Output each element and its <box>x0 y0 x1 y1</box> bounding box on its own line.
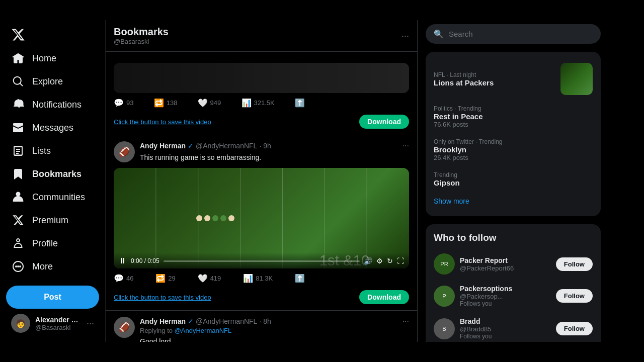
right-sidebar: 🔍 NFL · Last night Lions at Packers Poli… <box>418 20 609 342</box>
tweet-content-3: Andy Herman ✓ @AndyHermanNFL · 8h ··· Re… <box>140 317 409 342</box>
sidebar-item-more[interactable]: More <box>6 255 99 278</box>
follow-section: Who to follow PR Packer Report @PackerRe… <box>426 224 601 342</box>
tweet-action-views-1[interactable]: 📊 321.5K <box>242 98 275 108</box>
tweet-text-2: This running game is so embarrassing. <box>140 152 409 163</box>
loop-icon-2[interactable]: ↻ <box>387 257 393 265</box>
x-logo[interactable] <box>6 24 30 45</box>
sidebar-item-profile[interactable]: Profile <box>6 232 99 254</box>
svg-point-2 <box>18 266 19 267</box>
tweet-avatar-2[interactable]: 🏈 <box>114 141 135 162</box>
comment-count-2: 46 <box>126 275 133 282</box>
sidebar-item-notifications[interactable]: Notifications <box>6 94 99 116</box>
search-bar[interactable]: 🔍 <box>426 24 601 44</box>
top-black-bar <box>0 0 644 20</box>
tweet-action-retweet-2[interactable]: 🔁 29 <box>155 274 175 283</box>
tweet-avatar-3[interactable]: 🏈 <box>114 317 135 338</box>
sidebar-item-bookmarks[interactable]: Bookmarks <box>6 163 99 185</box>
settings-icon-2[interactable]: ⚙ <box>376 257 383 265</box>
svg-point-3 <box>20 266 21 267</box>
trending-label-rip: Politics · Trending <box>434 105 593 112</box>
tweet-action-share-1[interactable]: ⬆️ <box>295 98 305 108</box>
tweet-media-2: 1st &10 ⏸ 0:00 / 0:05 <box>114 168 409 268</box>
trending-title-rip: Rest in Peace <box>434 112 593 121</box>
tweet-action-like-2[interactable]: 🤍 419 <box>198 274 221 283</box>
sidebar-item-messages[interactable]: Messages <box>6 117 99 139</box>
tweet-author-row-3: Andy Herman ✓ @AndyHermanNFL · 8h ··· <box>140 317 409 326</box>
fullscreen-icon-2[interactable]: ⛶ <box>397 257 404 265</box>
follow-note-packersoptions: Follows you <box>460 300 551 307</box>
search-input[interactable] <box>449 30 593 38</box>
trending-show-more[interactable]: Show more <box>426 192 601 210</box>
sidebar-item-label-profile: Profile <box>32 238 58 249</box>
sidebar-item-communities[interactable]: Communities <box>6 186 99 208</box>
who-to-follow-title: Who to follow <box>426 230 601 248</box>
tweet-card-3: 🏈 Andy Herman ✓ @AndyHermanNFL · 8h ··· <box>106 311 417 342</box>
trending-item-rip[interactable]: Politics · Trending Rest in Peace 76.6K … <box>426 100 601 133</box>
community-icon <box>12 191 24 203</box>
video-progress-2[interactable] <box>164 260 360 262</box>
follow-item-packersoptions[interactable]: P Packersoptions @Packersop... Follows y… <box>426 280 601 312</box>
follow-button-bradd[interactable]: Follow <box>556 322 593 335</box>
tweet-more-button-2[interactable]: ··· <box>403 141 409 150</box>
like-icon: 🤍 <box>198 98 208 108</box>
views-count-1: 321.5K <box>254 99 275 107</box>
trending-title-nfl: Lions at Packers <box>434 78 494 87</box>
tweet-dot-3: · <box>259 317 261 325</box>
premium-icon <box>12 214 24 226</box>
avatar: 🧑 <box>11 314 30 333</box>
main-layout: Home Explore Notifications <box>0 20 644 342</box>
download-link-2[interactable]: Click the button to save this video <box>114 294 211 301</box>
tweet-action-views-2[interactable]: 📊 81.3K <box>243 274 273 283</box>
download-button-1[interactable]: Download <box>359 115 409 129</box>
follow-info-bradd: Bradd @Bradd85 Follows you <box>460 317 551 340</box>
post-button[interactable]: Post <box>6 286 99 309</box>
player-cluster <box>196 215 297 221</box>
sidebar-item-lists[interactable]: Lists <box>6 140 99 162</box>
sidebar-item-premium[interactable]: Premium <box>6 209 99 231</box>
tweet-action-like-1[interactable]: 🤍 949 <box>198 98 221 108</box>
views-icon-2: 📊 <box>243 274 253 283</box>
tweet-action-retweet-1[interactable]: 🔁 138 <box>154 98 178 108</box>
follow-note-bradd: Follows you <box>460 333 551 340</box>
sidebar-user-handle: @Basaraski <box>35 324 82 331</box>
feed-more-button[interactable]: ··· <box>401 31 409 41</box>
sidebar-item-home[interactable]: Home <box>6 47 99 69</box>
list-icon <box>12 145 24 157</box>
sidebar-item-label-premium: Premium <box>32 215 68 226</box>
tweet-text-3: Good lord <box>140 336 409 342</box>
comment-icon-2: 💬 <box>114 274 124 283</box>
trending-section: NFL · Last night Lions at Packers Politi… <box>426 52 601 216</box>
bookmark-icon <box>12 168 24 180</box>
tweet-author-info-2: Andy Herman ✓ @AndyHermanNFL · 9h <box>140 142 271 150</box>
tweet-actions-1: 💬 93 🔁 138 🤍 949 📊 321.5K ⬆️ <box>114 98 305 108</box>
follow-item-bradd[interactable]: B Bradd @Bradd85 Follows you Follow <box>426 312 601 342</box>
tweet-download-row-1: Click the button to save this video Down… <box>114 111 409 129</box>
trending-item-nfl[interactable]: NFL · Last night Lions at Packers <box>426 58 601 100</box>
follow-avatar-packer-report: PR <box>434 253 455 275</box>
tweet-more-button-3[interactable]: ··· <box>403 317 409 326</box>
tweet-action-comment-2[interactable]: 💬 46 <box>114 274 133 283</box>
sidebar-user[interactable]: 🧑 Alexander Basara ... @Basaraski ··· <box>6 309 99 338</box>
trending-item-gipson[interactable]: Trending Gipson <box>426 166 601 192</box>
follow-info-packersoptions: Packersoptions @Packersop... Follows you <box>460 285 551 307</box>
feed-header: Bookmarks @Basaraski ··· <box>106 20 417 52</box>
sidebar-item-label-more: More <box>32 261 53 272</box>
follow-avatar-bradd: B <box>434 318 455 339</box>
download-link-1[interactable]: Click the button to save this video <box>114 118 211 126</box>
search-icon: 🔍 <box>434 29 444 39</box>
tweet-top-3: 🏈 Andy Herman ✓ @AndyHermanNFL · 8h ··· <box>114 317 409 342</box>
trending-item-brooklyn[interactable]: Only on Twitter · Trending Brooklyn 26.4… <box>426 133 601 166</box>
retweet-count-2: 29 <box>168 275 175 282</box>
comment-icon: 💬 <box>114 98 124 108</box>
follow-button-packersoptions[interactable]: Follow <box>556 289 593 303</box>
tweet-action-comment-1[interactable]: 💬 93 <box>114 98 133 108</box>
follow-item-packer-report[interactable]: PR Packer Report @PackerReport66 Follow <box>426 248 601 280</box>
pause-button-2[interactable]: ⏸ <box>119 256 127 265</box>
reply-to-handle-3[interactable]: @AndyHermanNFL <box>175 327 232 334</box>
follow-button-packer-report[interactable]: Follow <box>556 257 593 271</box>
video-controls-2: ⏸ 0:00 / 0:05 🔊 ⚙ ↻ ⛶ <box>114 252 409 268</box>
sidebar-item-explore[interactable]: Explore <box>6 70 99 93</box>
download-button-2[interactable]: Download <box>359 290 409 304</box>
volume-icon-2[interactable]: 🔊 <box>364 257 372 265</box>
tweet-action-share-2[interactable]: ⬆️ <box>295 274 305 283</box>
